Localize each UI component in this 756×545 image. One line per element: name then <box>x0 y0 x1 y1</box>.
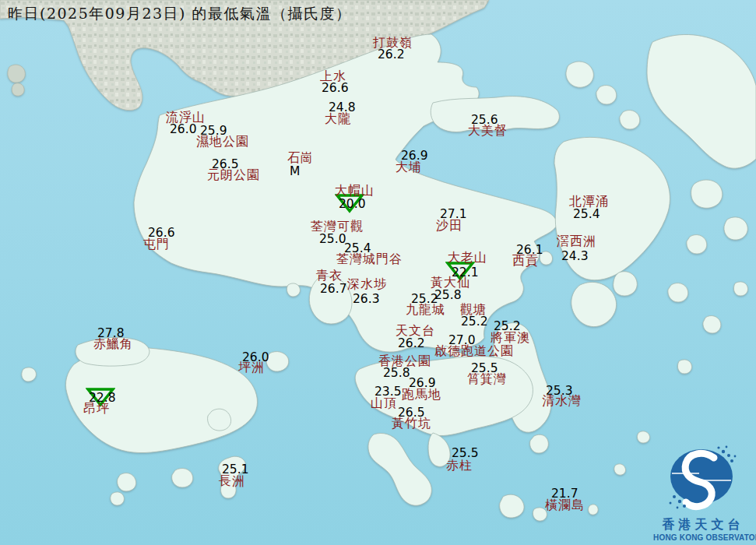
station-value: 26.3 <box>353 294 380 306</box>
station-value: 25.4 <box>573 209 600 221</box>
station-name: 屯門 <box>143 238 170 251</box>
station-name: 上水 <box>320 70 346 83</box>
station-name: 大美督 <box>468 125 508 137</box>
station-name: 元朗公園 <box>207 169 260 181</box>
station-value: 20.0 <box>339 199 366 211</box>
station-name: 坪洲 <box>238 361 265 374</box>
station-value: 25.2 <box>461 316 488 329</box>
hko-logo: 香港天文台 HONG KONG OBSERVATORY <box>653 441 753 542</box>
station-value: 24.3 <box>561 251 589 263</box>
station-name: 昂坪 <box>83 403 110 415</box>
station-name: 九龍城 <box>406 304 445 316</box>
station-name: 沙田 <box>436 220 462 232</box>
hko-min-temp-map: 昨日(2025年09月23日) 的最低氣溫（攝氏度） 26.2打鼓嶺26.6上水… <box>0 0 756 545</box>
station-name: 大隴 <box>325 113 351 125</box>
station-value: 26.6 <box>322 83 349 95</box>
station-name: 將軍澳 <box>491 332 530 344</box>
station-name: 觀塘 <box>460 304 487 316</box>
station-value: 25.0 <box>319 234 346 246</box>
station-name: 北潭涌 <box>569 195 609 208</box>
station-name: 大埔 <box>396 161 422 174</box>
station-name: 石崗 <box>287 152 314 164</box>
station-name: 清水灣 <box>542 395 582 407</box>
station-name: 筲箕灣 <box>467 373 507 385</box>
station-name: 大老山 <box>448 251 487 264</box>
station-value: 26.2 <box>378 49 405 62</box>
station-name: 跑馬地 <box>402 389 441 401</box>
station-name: 啟德跑道公園 <box>434 345 514 357</box>
station-name: 長洲 <box>219 475 245 487</box>
station-name: 西貢 <box>512 255 539 267</box>
station-name: 橫瀾島 <box>545 499 585 512</box>
station-value: 26.7 <box>320 283 347 296</box>
stations-layer: 26.2打鼓嶺26.6上水24.8大隴26.0流浮山25.9濕地公園25.6大美… <box>0 0 756 545</box>
station-name: 赤柱 <box>446 459 473 472</box>
station-name: 天文台 <box>396 325 435 337</box>
station-value: 25.8 <box>434 290 462 302</box>
station-name: 大帽山 <box>335 185 374 197</box>
hko-logo-name-zh: 香港天文台 <box>653 517 753 533</box>
station-value: 26.0 <box>170 124 197 136</box>
station-name: 濕地公園 <box>196 135 249 148</box>
station-value: 25.8 <box>383 367 410 380</box>
station-value: M <box>290 166 300 178</box>
station-name: 打鼓嶺 <box>373 37 413 49</box>
station-name: 黃大仙 <box>431 276 470 289</box>
station-value: 26.2 <box>398 338 425 350</box>
station-name: 流浮山 <box>166 111 206 124</box>
station-name: 黃竹坑 <box>392 417 431 430</box>
hko-logo-icon <box>655 441 751 512</box>
hko-logo-name-en: HONG KONG OBSERVATORY <box>653 533 753 542</box>
station-name: 山頂 <box>371 397 397 410</box>
station-name: 赤鱲角 <box>93 338 133 350</box>
station-name: 深水埗 <box>347 278 387 290</box>
station-name: 滘西洲 <box>557 235 596 248</box>
station-name: 香港公園 <box>378 355 431 367</box>
station-name: 青衣 <box>316 269 343 282</box>
station-name: 荃灣城門谷 <box>336 253 403 265</box>
station-name: 荃灣可觀 <box>311 220 364 233</box>
